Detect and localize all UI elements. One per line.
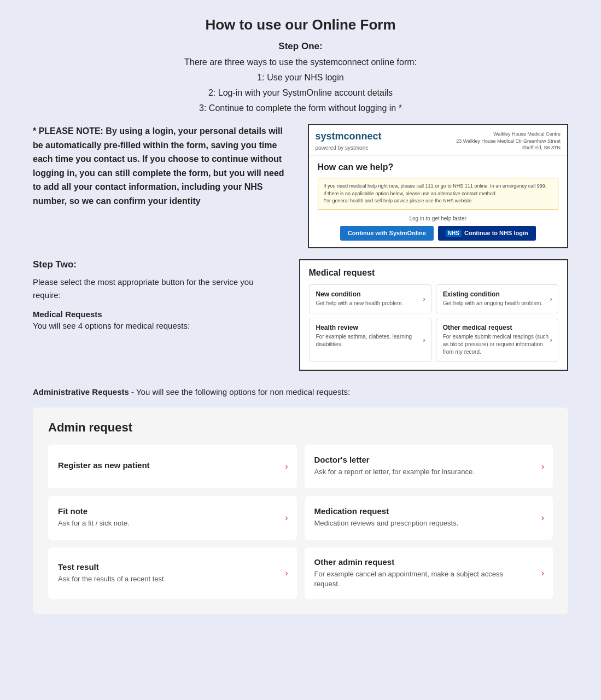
admin-card-5-desc: For example cancel an appointment, make …	[314, 569, 544, 589]
admin-request-box: Admin request Register as new patient › …	[33, 407, 568, 614]
med-card-2-title: Health review	[316, 324, 424, 331]
sc-notice: If you need medical help right now, plea…	[318, 178, 559, 210]
admin-intro-rest: You will see the following options for n…	[134, 387, 350, 396]
medical-request-screenshot: Medical request New condition Get help w…	[299, 259, 569, 371]
med-requests-label: Medical Requests	[33, 310, 283, 319]
step-two-section: Step Two: Please select the most appropr…	[33, 259, 568, 371]
note-text-block: * PLEASE NOTE: By using a login, your pe…	[33, 124, 291, 208]
med-request-title: Medical request	[309, 268, 559, 278]
page-title: How to use our Online Form	[33, 16, 568, 33]
systmconnect-screenshot: systmconnect powered by systmone Walkley…	[308, 124, 569, 248]
note-text: * PLEASE NOTE: By using a login, your pe…	[33, 126, 284, 206]
med-card-0-desc: Get help with a new health problem.	[316, 300, 424, 307]
med-card-3-arrow: ›	[550, 336, 552, 344]
admin-card-grid: Register as new patient › Doctor's lette…	[48, 445, 553, 599]
admin-card-4-desc: Ask for the results of a recent test.	[58, 574, 287, 584]
admin-card-5-arrow: ›	[541, 568, 544, 578]
admin-card-0-title: Register as new patient	[58, 460, 287, 470]
admin-card-3-desc: Medication reviews and prescription requ…	[314, 518, 544, 528]
sc-address: Walkley House Medical Centre 23 Walkley …	[456, 131, 561, 152]
admin-card-1-arrow: ›	[541, 462, 544, 471]
med-card-0-arrow: ›	[423, 295, 425, 303]
admin-card-2[interactable]: Fit note Ask for a fit / sick note. ›	[48, 496, 297, 540]
option-1: 1: Use your NHS login	[33, 73, 568, 83]
nhs-badge: NHS	[446, 230, 462, 237]
med-card-3-desc: For example submit medical readings (suc…	[443, 333, 551, 356]
nhs-button-label: Continue to NHS login	[464, 230, 528, 236]
admin-card-4-arrow: ›	[285, 568, 288, 578]
med-card-1-title: Existing condition	[443, 290, 551, 298]
admin-intro-bold: Administrative Requests -	[33, 387, 134, 396]
admin-card-3-title: Medication request	[314, 506, 544, 516]
continue-systmonline-button[interactable]: Continue with SystmOnline	[340, 226, 434, 241]
admin-card-1[interactable]: Doctor's letter Ask for a report or lett…	[305, 445, 553, 488]
admin-card-3-arrow: ›	[541, 513, 544, 523]
admin-card-0-arrow: ›	[285, 462, 288, 471]
step-two-text: Step Two: Please select the most appropr…	[33, 259, 283, 330]
med-card-2[interactable]: Health review For example asthma, diabet…	[309, 318, 431, 362]
step-one-label: Step One:	[33, 41, 568, 52]
admin-card-5[interactable]: Other admin request For example cancel a…	[305, 547, 553, 599]
option-2: 2: Log-in with your SystmOnline account …	[33, 88, 568, 98]
sc-notice-line1: If you need medical help right now, plea…	[324, 183, 553, 190]
admin-section: Administrative Requests - You will see t…	[33, 387, 568, 614]
sc-logo: systmconnect	[316, 131, 382, 142]
step-two-body: Please select the most appropriate butto…	[33, 276, 283, 302]
admin-intro: Administrative Requests - You will see t…	[33, 387, 568, 396]
med-card-0[interactable]: New condition Get help with a new health…	[309, 284, 431, 313]
intro-text: There are three ways to use the systemco…	[33, 57, 568, 67]
sc-buttons: Continue with SystmOnline NHS Continue t…	[318, 226, 559, 241]
med-card-1-desc: Get help with an ongoing health problem.	[443, 300, 551, 307]
continue-nhs-button[interactable]: NHS Continue to NHS login	[438, 226, 536, 241]
med-requests-desc: You will see 4 options for medical reque…	[33, 321, 283, 330]
sc-address-line2: Sheffield, S6 3TN	[456, 144, 561, 151]
admin-card-1-desc: Ask for a report or letter, for example …	[314, 467, 544, 477]
admin-card-0[interactable]: Register as new patient ›	[48, 445, 297, 488]
med-card-1-arrow: ›	[550, 295, 552, 303]
admin-card-3[interactable]: Medication request Medication reviews an…	[305, 496, 553, 540]
med-card-3-title: Other medical request	[443, 324, 551, 331]
sc-address-name: Walkley House Medical Centre	[456, 131, 561, 138]
sc-powered-by: powered by systmone	[316, 145, 369, 151]
sc-logo-block: systmconnect powered by systmone	[316, 131, 382, 152]
med-card-2-arrow: ›	[423, 336, 425, 344]
option-3: 3: Continue to complete the form without…	[33, 103, 568, 113]
sc-help-title: How can we help?	[318, 162, 559, 172]
med-card-1[interactable]: Existing condition Get help with an ongo…	[436, 284, 558, 313]
med-card-3[interactable]: Other medical request For example submit…	[436, 318, 558, 362]
admin-card-1-title: Doctor's letter	[314, 455, 544, 464]
admin-card-4-title: Test result	[58, 562, 287, 571]
sc-header: systmconnect powered by systmone Walkley…	[309, 125, 568, 156]
med-card-2-desc: For example asthma, diabetes, learning d…	[316, 333, 424, 348]
step-two-label: Step Two:	[33, 259, 283, 270]
admin-card-5-title: Other admin request	[314, 557, 544, 567]
admin-card-2-title: Fit note	[58, 506, 287, 516]
med-card-grid: New condition Get help with a new health…	[309, 284, 559, 362]
sc-login-hint: Log in to get help faster	[318, 215, 559, 221]
admin-request-title: Admin request	[48, 421, 553, 435]
admin-card-4[interactable]: Test result Ask for the results of a rec…	[48, 547, 297, 599]
admin-card-2-arrow: ›	[285, 513, 288, 523]
sc-notice-line3: For general health and self help advice …	[324, 197, 553, 205]
sc-address-line1: 23 Walkley House Medical Ctr Greenhow St…	[456, 138, 561, 145]
admin-card-2-desc: Ask for a fit / sick note.	[58, 518, 287, 528]
step-one-layout: * PLEASE NOTE: By using a login, your pe…	[33, 124, 568, 248]
sc-body: How can we help? If you need medical hel…	[309, 156, 568, 247]
med-card-0-title: New condition	[316, 290, 424, 298]
sc-notice-line2: If there is no applicable option below, …	[324, 190, 553, 198]
